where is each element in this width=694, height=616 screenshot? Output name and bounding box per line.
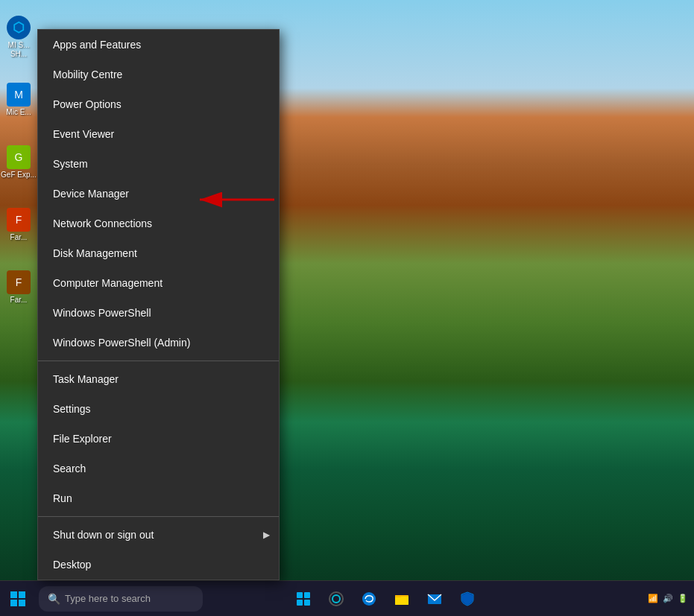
menu-item-file-explorer[interactable]: File Explorer (38, 424, 279, 454)
context-menu: Apps and Features Mobility Centre Power … (37, 29, 280, 580)
svg-point-6 (329, 592, 343, 606)
desktop-icon-2[interactable]: M Mic E... (1, 70, 37, 130)
taskbar-search[interactable]: 🔍 Type here to search (39, 586, 203, 612)
windows-logo (10, 591, 25, 606)
mail-taskbar-button[interactable] (420, 584, 449, 614)
menu-divider-1 (38, 361, 279, 361)
svg-rect-2 (297, 592, 303, 598)
taskbar-right-area: 📶 🔊 🔋 (648, 594, 688, 603)
wifi-icon: 📶 (648, 594, 658, 603)
desktop-icons-area: ⬡ MI S... SH... M Mic E... G GeF Exp... … (0, 0, 37, 580)
volume-icon: 🔊 (663, 594, 673, 603)
desktop-icon-5[interactable]: F Far... (1, 258, 37, 317)
desktop-icon-4[interactable]: F Far... (1, 195, 37, 255)
desktop-icon-edge[interactable]: ⬡ MI S... SH... (1, 7, 37, 67)
desktop-icon-3[interactable]: G GeF Exp... (1, 133, 37, 192)
task-view-button[interactable] (288, 584, 318, 614)
svg-rect-5 (304, 600, 310, 606)
taskbar-center-icons (288, 584, 482, 614)
cortana-button[interactable] (321, 584, 351, 614)
red-arrow-indicator (192, 189, 282, 210)
start-button[interactable] (0, 581, 36, 617)
menu-item-search[interactable]: Search (38, 454, 279, 483)
menu-item-desktop[interactable]: Desktop (38, 550, 279, 580)
menu-item-apps-features[interactable]: Apps and Features (38, 30, 279, 60)
menu-item-settings[interactable]: Settings (38, 394, 279, 424)
file-explorer-taskbar-button[interactable] (387, 584, 417, 614)
battery-icon: 🔋 (678, 594, 688, 603)
edge-taskbar-button[interactable] (354, 584, 384, 614)
system-tray[interactable]: 📶 🔊 🔋 (648, 594, 688, 603)
menu-item-windows-powershell[interactable]: Windows PowerShell (38, 298, 279, 328)
submenu-arrow-icon: ▶ (263, 530, 270, 540)
menu-item-power-options[interactable]: Power Options (38, 89, 279, 119)
menu-item-event-viewer[interactable]: Event Viewer (38, 119, 279, 149)
svg-rect-3 (304, 592, 310, 598)
menu-item-computer-management[interactable]: Computer Management (38, 268, 279, 298)
svg-point-7 (332, 595, 340, 603)
menu-item-shut-down-sign-out[interactable]: Shut down or sign out ▶ (38, 520, 279, 550)
svg-rect-10 (395, 597, 408, 605)
menu-item-windows-powershell-admin[interactable]: Windows PowerShell (Admin) (38, 328, 279, 358)
desktop: ⬡ MI S... SH... M Mic E... G GeF Exp... … (0, 0, 694, 616)
menu-item-task-manager[interactable]: Task Manager (38, 364, 279, 394)
svg-rect-4 (297, 600, 303, 606)
menu-item-system[interactable]: System (38, 149, 279, 179)
menu-item-mobility-centre[interactable]: Mobility Centre (38, 60, 279, 89)
taskbar: 🔍 Type here to search (0, 580, 694, 616)
svg-rect-11 (395, 595, 401, 597)
taskbar-search-placeholder: Type here to search (65, 593, 151, 604)
svg-point-8 (362, 592, 376, 606)
taskbar-search-icon: 🔍 (48, 593, 60, 605)
menu-item-run[interactable]: Run (38, 483, 279, 513)
security-taskbar-button[interactable] (452, 584, 482, 614)
menu-divider-2 (38, 516, 279, 517)
menu-item-disk-management[interactable]: Disk Management (38, 238, 279, 268)
menu-item-network-connections[interactable]: Network Connections (38, 209, 279, 238)
